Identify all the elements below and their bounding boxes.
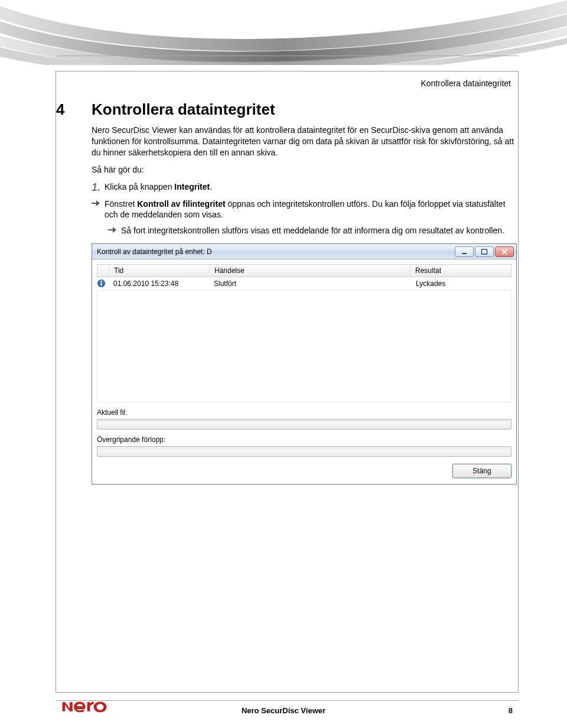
overgripande-label: Övergripande förlopp: <box>97 436 511 444</box>
cell-handelse: Slutfört <box>209 277 411 290</box>
table-header: Tid Händelse Resultat <box>97 264 511 277</box>
cell-resultat: Lyckades <box>411 277 511 290</box>
close-dialog-button[interactable]: Stäng <box>452 464 511 478</box>
result-text-2: Så fort integritetskontrollen slutförs v… <box>121 225 504 236</box>
svg-rect-4 <box>100 282 102 286</box>
content-area: 4 Kontrollera dataintegritet Nero SecurD… <box>56 100 517 485</box>
info-icon <box>97 277 109 290</box>
close-button[interactable] <box>495 246 514 257</box>
result-text-1: Fönstret Kontroll av filintegritet öppna… <box>105 199 517 221</box>
so-here-label: Så här gör du: <box>92 164 517 176</box>
col-handelse[interactable]: Händelse <box>210 265 410 277</box>
overgripande-progress <box>97 446 511 457</box>
minimize-button[interactable] <box>455 246 474 257</box>
running-head: Kontrollera dataintegritet <box>421 79 511 88</box>
dialog-title: Kontroll av dataintegritet på enhet: D <box>92 248 212 256</box>
section-title: Kontrollera dataintegritet <box>92 100 275 119</box>
cell-tid: 01.06.2010 15:23:48 <box>109 277 209 290</box>
col-tid[interactable]: Tid <box>109 265 210 277</box>
maximize-button[interactable] <box>475 246 494 257</box>
footer-title: Nero SecurDisc Viewer <box>0 706 567 715</box>
svg-rect-0 <box>462 253 467 254</box>
section-number: 4 <box>56 100 92 119</box>
svg-point-3 <box>100 281 102 282</box>
step-1-text: Klicka på knappen Integritet. <box>105 181 212 193</box>
header-rule <box>56 56 518 56</box>
svg-rect-1 <box>482 249 487 254</box>
arrow-icon <box>92 199 105 209</box>
aktuell-fil-progress <box>97 419 511 430</box>
aktuell-fil-label: Aktuell fil: <box>97 408 511 417</box>
intro-paragraph: Nero SecurDisc Viewer kan användas för a… <box>92 125 517 158</box>
col-resultat[interactable]: Resultat <box>410 265 511 277</box>
footer-rule <box>56 700 518 701</box>
integrity-dialog: Kontroll av dataintegritet på enhet: D T… <box>92 243 517 485</box>
step-number-1: 1. <box>92 181 105 194</box>
page-number: 8 <box>509 706 513 715</box>
table-row: 01.06.2010 15:23:48 Slutfört Lyckades <box>97 277 511 290</box>
arrow-icon <box>108 225 121 235</box>
dialog-titlebar: Kontroll av dataintegritet på enhet: D <box>92 244 516 259</box>
table-empty-area <box>97 290 511 402</box>
